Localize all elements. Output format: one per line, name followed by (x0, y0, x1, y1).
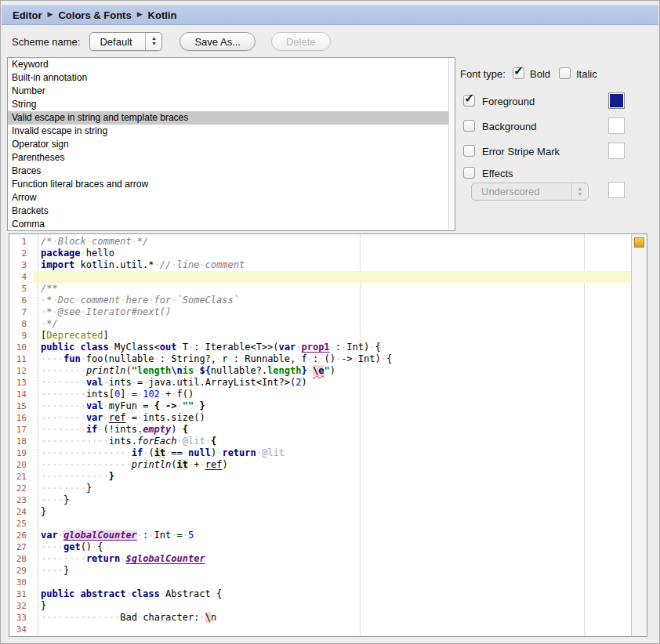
code-line: 22········} (9, 483, 631, 494)
code-line: 10public·class·MyClass<out·T·:·Iterable<… (9, 342, 631, 353)
line-number: 19 (9, 447, 33, 459)
list-item[interactable]: Arrow (8, 191, 455, 204)
line-content: ·*·@see·Iterator#next() (33, 306, 631, 318)
line-number: 31 (9, 588, 33, 600)
delete-button[interactable]: Delete (271, 32, 331, 51)
line-number: 20 (9, 459, 33, 471)
line-content: ············ints.forEach·@lit·{ (33, 436, 631, 447)
list-scrollbar[interactable] (448, 58, 455, 230)
line-content: ····} (33, 565, 631, 577)
line-number: 32 (9, 600, 33, 612)
foreground-color-swatch[interactable] (608, 92, 625, 109)
line-number: 21 (9, 471, 33, 483)
line-number: 2 (9, 248, 33, 259)
italic-label: Italic (576, 68, 597, 80)
line-content: ····} (33, 494, 631, 506)
line-number: 12 (9, 365, 33, 377)
line-content: ········ints[0]·=·102·+·f() (33, 389, 631, 400)
code-line: 19················if·(it·==·null)·return… (9, 447, 631, 459)
warning-marker-icon[interactable] (634, 237, 644, 248)
line-number: 26 (9, 530, 33, 541)
list-item[interactable]: Invalid escape in string (8, 125, 455, 138)
stepper-icon: ▲▼ (571, 183, 588, 200)
code-line: 14········ints[0]·=·102·+·f() (9, 389, 631, 400)
foreground-checkbox[interactable]: ✓ (463, 95, 475, 107)
save-as-button[interactable]: Save As... (180, 32, 256, 51)
code-line: 13········val·ints·=·java.util.ArrayList… (9, 377, 631, 389)
line-number: 28 (9, 553, 33, 565)
code-line: 24} (9, 506, 631, 518)
line-number: 4 (9, 271, 33, 283)
line-number: 17 (9, 424, 33, 436)
background-color-swatch[interactable] (608, 118, 625, 134)
list-item[interactable]: Number (8, 85, 455, 98)
line-content: ····fun·foo(nullable·:·String?,·r·:·Runn… (33, 353, 631, 365)
scheme-name-label: Scheme name: (12, 36, 80, 48)
line-number: 3 (9, 259, 33, 271)
list-item[interactable]: Operator sign (8, 138, 455, 151)
list-item[interactable]: Braces (8, 165, 455, 178)
line-number: 10 (9, 342, 33, 353)
attribute-list[interactable]: KeywordBuilt-in annotationNumberStringVa… (7, 57, 455, 231)
line-content: ········if·(!ints.empty)·{ (33, 424, 631, 436)
check-icon: ✓ (513, 63, 524, 78)
line-number: 18 (9, 436, 33, 447)
effects-checkbox[interactable]: ✓ (463, 167, 475, 179)
settings-window: Editor ▶ Colors & Fonts ▶ Kotlin Scheme … (0, 0, 660, 644)
error-stripe[interactable] (631, 234, 647, 636)
code-line: 30 (9, 577, 631, 588)
background-label: Background (482, 121, 536, 132)
line-content: } (33, 506, 631, 518)
background-checkbox[interactable]: ✓ (463, 120, 475, 132)
code-line: 26var·globalCounter·:·Int·=·5 (9, 530, 631, 541)
bold-checkbox[interactable]: ✓ (513, 67, 524, 79)
code-line: 8·*/ (9, 318, 631, 330)
line-number: 9 (9, 330, 33, 342)
line-number: 11 (9, 353, 33, 365)
code-line: 31public·abstract·class·Abstract·{ (9, 588, 631, 600)
list-item[interactable]: Parentheses (8, 151, 455, 165)
breadcrumb-separator-icon: ▶ (48, 10, 53, 18)
list-item[interactable]: Comma (8, 218, 455, 231)
line-content: ········println("length\nis·${nullable?.… (33, 365, 631, 377)
line-number: 8 (9, 318, 33, 330)
italic-checkbox[interactable]: ✓ (559, 67, 571, 79)
line-number: 15 (9, 400, 33, 412)
breadcrumb-colors-fonts[interactable]: Colors & Fonts (58, 9, 131, 21)
code-line: 12········println("length\nis·${nullable… (9, 365, 631, 377)
code-line: 5/** (9, 283, 631, 295)
code-line: 11····fun·foo(nullable·:·String?,·r·:·Ru… (9, 353, 631, 365)
list-item[interactable]: Keyword (8, 58, 455, 71)
effects-color-swatch[interactable] (608, 182, 625, 198)
preview-editor[interactable]: 1/*·Block·comment·*/2package·hello3impor… (9, 233, 647, 637)
scheme-select[interactable]: Default ▲▼ (89, 32, 162, 51)
line-content: public·abstract·class·Abstract·{ (33, 588, 631, 600)
line-number: 29 (9, 565, 33, 577)
list-item[interactable]: Built-in annotation (8, 71, 455, 85)
error-stripe-checkbox[interactable]: ✓ (463, 145, 475, 157)
line-content: /*·Block·comment·*/ (33, 236, 631, 248)
line-content: ············} (33, 471, 631, 483)
breadcrumb-kotlin[interactable]: Kotlin (148, 9, 177, 21)
code-line: 27····get()·{ (9, 541, 631, 553)
effects-style-select[interactable]: Underscored ▲▼ (471, 183, 589, 201)
code-line: 1/*·Block·comment·*/ (9, 236, 631, 248)
list-item[interactable]: Brackets (8, 204, 455, 218)
list-item[interactable]: Valid escape in string and template brac… (8, 111, 455, 125)
breadcrumb-editor[interactable]: Editor (13, 9, 42, 21)
line-number: 30 (9, 577, 33, 588)
code-line: 9[Deprecated] (9, 330, 631, 342)
code-line: 23····} (9, 494, 631, 506)
code-line: 34 (9, 624, 631, 635)
list-item[interactable]: Function literal braces and arrow (8, 178, 455, 191)
code-line: 21············} (9, 471, 631, 483)
line-content: ·*·Doc·comment·here·for·`SomeClass` (33, 295, 631, 306)
line-number: 25 (9, 518, 33, 530)
line-content (33, 518, 631, 530)
stepper-icon: ▲▼ (145, 33, 161, 50)
code-line: 4 (9, 271, 631, 283)
line-number: 22 (9, 483, 33, 494)
list-item[interactable]: String (8, 98, 455, 111)
line-number: 6 (9, 295, 33, 306)
error-stripe-color-swatch[interactable] (608, 143, 625, 159)
